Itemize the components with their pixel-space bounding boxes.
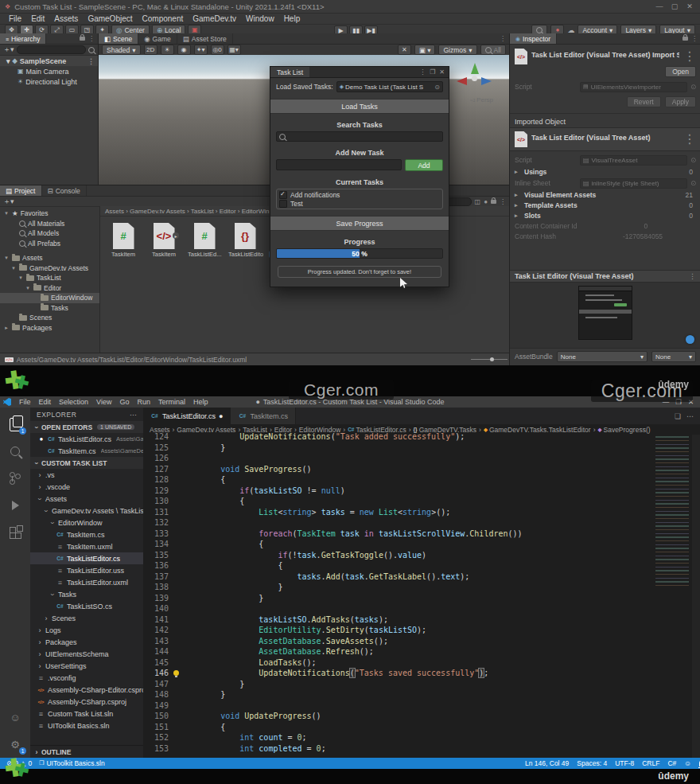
persp-label[interactable]: ◅ Persp bbox=[470, 96, 493, 103]
open-button[interactable]: Open bbox=[665, 66, 696, 77]
project-tree-item[interactable]: ▾GameDev.tv Assets bbox=[0, 263, 99, 274]
code-line[interactable]: 140 bbox=[143, 603, 700, 614]
task-list-tab[interactable]: Task List bbox=[270, 67, 309, 77]
editor-scrollbar[interactable] bbox=[692, 435, 700, 758]
scene-search-input[interactable]: All bbox=[480, 45, 506, 55]
revert-button[interactable]: Revert bbox=[627, 96, 661, 107]
explorer-item[interactable]: C#TaskListEditor.cs bbox=[30, 552, 143, 564]
lock-icon[interactable] bbox=[80, 37, 85, 41]
favorites-icon[interactable]: ● bbox=[484, 198, 488, 205]
window-menu-icon[interactable]: ⋮ bbox=[419, 68, 426, 76]
add-task-button[interactable]: Add bbox=[405, 159, 443, 171]
gizmos-dropdown[interactable]: Gizmos ▾ bbox=[438, 45, 476, 55]
project-tree-item[interactable]: ▸Packages bbox=[0, 323, 99, 333]
encoding[interactable]: UTF-8 bbox=[615, 759, 634, 767]
code-line[interactable]: 131 List<string> tasks = new List<string… bbox=[143, 507, 700, 518]
activity-source-control[interactable] bbox=[0, 465, 30, 492]
tab-game[interactable]: ◉Game bbox=[138, 33, 177, 44]
task-checkbox[interactable] bbox=[279, 191, 287, 199]
menu-help[interactable]: Help bbox=[189, 398, 212, 406]
code-line[interactable]: 150 void UpdateProgress() bbox=[143, 711, 700, 722]
unity-minimize-button[interactable]: — bbox=[654, 2, 665, 10]
preview-header[interactable]: Task List Editor (Visual Tree Asset)⋮ bbox=[510, 270, 700, 283]
project-tree-item[interactable]: EditorWindow bbox=[0, 293, 99, 303]
tab-asset-store[interactable]: ▤Asset Store bbox=[177, 33, 233, 44]
script-object-field[interactable]: ▤UIElementsViewImporter bbox=[580, 82, 687, 92]
hierarchy-scene-row[interactable]: ▾◆SampleScene⋮ bbox=[0, 56, 98, 66]
explorer-item[interactable]: </>Assembly-CSharp-Editor.csproj bbox=[30, 684, 143, 696]
apply-button[interactable]: Apply bbox=[665, 96, 696, 107]
code-line[interactable]: 152 int count = 0; bbox=[143, 732, 700, 743]
activity-run-debug[interactable] bbox=[0, 492, 30, 519]
task-list-titlebar[interactable]: Task List ⋮ ❐ ✕ bbox=[270, 67, 449, 78]
menu-file[interactable]: File bbox=[5, 14, 25, 23]
explorer-item[interactable]: </>Assembly-CSharp.csproj bbox=[30, 696, 143, 708]
lock-icon[interactable] bbox=[682, 37, 688, 41]
object-picker-icon[interactable]: ⊙ bbox=[434, 84, 440, 91]
lighting-toggle[interactable]: ☀ bbox=[161, 45, 174, 55]
task-checkbox[interactable] bbox=[279, 200, 287, 208]
indentation[interactable]: Spaces: 4 bbox=[577, 759, 607, 767]
asset-tile[interactable]: #TaskListEd... bbox=[188, 223, 221, 258]
object-field[interactable]: ▤inlineStyle (Style Sheet) bbox=[580, 178, 687, 189]
outline-section[interactable]: › OUTLINE bbox=[30, 745, 143, 758]
tile-size-slider[interactable] bbox=[471, 359, 508, 360]
explorer-item[interactable]: ≡.vsconfig bbox=[30, 672, 143, 684]
menu-gamedevtv[interactable]: GameDev.tv bbox=[189, 14, 240, 23]
eol[interactable]: CRLF bbox=[642, 759, 659, 767]
explorer-item[interactable]: ≡Custom Task List.sln bbox=[30, 708, 143, 720]
tab-console[interactable]: ⊟Console bbox=[42, 185, 87, 196]
task-search-input[interactable] bbox=[276, 131, 443, 142]
open-editor-item[interactable]: C#TaskItem.csAssets\GameDev.tv A... bbox=[30, 445, 143, 457]
panel-menu-icon[interactable]: ⋮ bbox=[500, 35, 506, 42]
grid-dropdown[interactable]: ▦▾ bbox=[228, 45, 241, 55]
explorer-item[interactable]: ›GameDev.tv Assets \ TaskList \ Editor bbox=[30, 505, 143, 517]
tools-toggle[interactable]: ✕ bbox=[398, 45, 411, 55]
effects-dropdown[interactable]: ✦▾ bbox=[194, 45, 208, 55]
menu-assets[interactable]: Assets bbox=[50, 14, 82, 23]
visibility-toggle[interactable]: ◎0 bbox=[211, 45, 224, 55]
hidden-packages-icon[interactable]: ◫ bbox=[475, 198, 481, 205]
code-line[interactable]: 136 { bbox=[143, 560, 700, 571]
code-line[interactable]: 126 bbox=[143, 453, 700, 464]
project-tree-item[interactable]: All Models bbox=[0, 228, 99, 239]
save-progress-button[interactable]: Save Progress bbox=[270, 216, 449, 231]
activity-extensions[interactable] bbox=[0, 519, 30, 546]
inspector-foldout-row[interactable]: ▸Usings0 bbox=[510, 166, 700, 177]
code-line[interactable]: 148 } bbox=[143, 689, 700, 700]
lock-icon[interactable] bbox=[491, 200, 496, 204]
code-line[interactable]: 147 } bbox=[143, 679, 700, 690]
code-line[interactable]: 135 if(!task.GetTaskToggle().value) bbox=[143, 550, 700, 561]
saved-tasks-object-field[interactable]: ◈ Demo Task List (Task List S ⊙ bbox=[336, 81, 443, 92]
fold-icon[interactable]: ▾ bbox=[3, 255, 10, 261]
code-editor[interactable]: 124 UpdateNotifications("Task added succ… bbox=[143, 431, 700, 755]
explorer-item[interactable]: ≡UIToolkit Basics.sln bbox=[30, 720, 143, 731]
editor-tab[interactable]: C#TaskListEditor.cs● bbox=[143, 408, 231, 424]
ui-builder-bubble-icon[interactable] bbox=[686, 335, 694, 344]
code-line[interactable]: 134 { bbox=[143, 539, 700, 550]
code-line[interactable]: 151 { bbox=[143, 722, 700, 733]
expand-asset-icon[interactable]: ▸ bbox=[173, 232, 179, 239]
cursor-position[interactable]: Ln 146, Col 49 bbox=[525, 759, 569, 767]
tab-hierarchy[interactable]: ≡Hierarchy bbox=[0, 33, 46, 44]
fold-icon[interactable]: ▾ bbox=[3, 210, 10, 216]
explorer-item[interactable]: C#TaskListSO.cs bbox=[30, 600, 143, 612]
fold-icon[interactable]: ▾ bbox=[25, 285, 31, 291]
code-line[interactable]: 139 } bbox=[143, 593, 700, 604]
inspector-foldout-row[interactable]: ▸Template Assets0 bbox=[510, 200, 700, 210]
shading-dropdown[interactable]: Shaded ▾ bbox=[102, 45, 141, 55]
menu-edit[interactable]: Edit bbox=[35, 398, 56, 406]
explorer-item[interactable]: C#TaskItem.cs bbox=[30, 529, 143, 540]
header-menu-icon[interactable]: ⋮ bbox=[683, 131, 696, 146]
project-tree-item[interactable]: ▾★Favorites bbox=[0, 209, 99, 219]
project-section[interactable]: › CUSTOM TASK LIST bbox=[30, 457, 143, 469]
row-menu-icon[interactable]: ⋮ bbox=[88, 57, 98, 65]
code-line[interactable]: 138 } bbox=[143, 582, 700, 593]
project-tree-item[interactable]: Tasks bbox=[0, 303, 99, 314]
lightbulb-icon[interactable] bbox=[173, 670, 179, 676]
object-field[interactable]: ▤VisualTreeAsset bbox=[580, 155, 687, 166]
editor-tab[interactable]: C#TaskItem.cs bbox=[231, 408, 296, 424]
asset-tile[interactable]: </>▸TaskItem bbox=[147, 223, 181, 258]
project-tree-item[interactable]: ▾TaskList bbox=[0, 273, 99, 283]
explorer-item[interactable]: ≡TaskItem.uxml bbox=[30, 540, 143, 552]
